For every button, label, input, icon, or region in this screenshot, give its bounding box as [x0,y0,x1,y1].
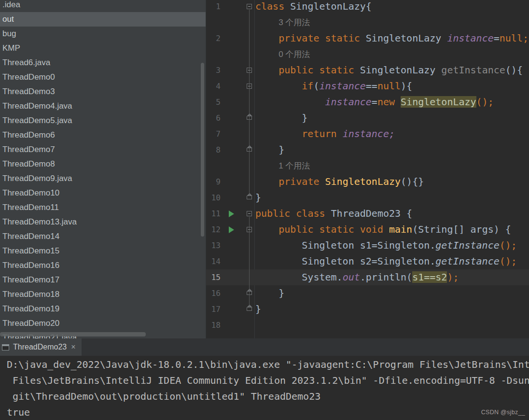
sidebar-item[interactable]: KMP [0,41,206,56]
code-line[interactable]: 1class SingletonLazy{ [206,0,529,14]
sidebar-item[interactable]: ThreadDemo6 [0,128,206,142]
code-line[interactable]: 13 Singleton s1=Singleton.getInstance(); [206,238,529,253]
code-line[interactable]: 5 instance=new SingletonLazy(); [206,94,529,110]
run-console-panel: ThreadDemo23 × D:\java_dev_2022\Java\jdk… [0,338,529,420]
code-text: public class ThreadDemo23 { [255,206,412,222]
code-line[interactable]: 12 public static void main(String[] args… [206,222,529,238]
fold-end-icon[interactable] [247,308,252,311]
code-text: Singleton s2=Singleton.getInstance(); [255,253,517,269]
run-icon[interactable] [229,210,234,217]
code-editor[interactable]: 1class SingletonLazy{3 个用法2 private stat… [206,0,529,338]
watermark: CSDN @sjbz__ [481,409,525,416]
console-line: D:\java_dev_2022\Java\jdk-18.0.2.1\bin\j… [7,357,529,373]
sidebar-item[interactable]: ThreadDemo19 [0,302,206,316]
close-icon[interactable]: × [71,343,75,351]
code-line[interactable]: 7 return instance; [206,126,529,142]
line-number[interactable]: 4 [206,78,221,94]
fold-end-icon[interactable] [247,196,252,199]
inlay-hint-row[interactable]: 1 个用法 [206,158,529,174]
line-number[interactable]: 3 [206,62,221,78]
console-tab-label: ThreadDemo23 [13,343,67,351]
code-line[interactable]: 2 private static SingletonLazy instance=… [206,30,529,46]
code-text: } [255,285,284,301]
fold-collapse-icon[interactable] [247,4,252,9]
inlay-hint-row[interactable]: 0 个用法 [206,46,529,62]
console-tab-bar: ThreadDemo23 × [0,338,529,356]
line-number[interactable]: 10 [206,190,221,206]
ide-window: .ideaoutbugKMPThread6.javaThreadDemo0Thr… [0,0,529,420]
sidebar-vertical-scrollbar[interactable] [201,63,204,237]
sidebar-item[interactable]: ThreadDemo15 [0,244,206,258]
line-number[interactable]: 17 [206,301,221,317]
usage-hint[interactable]: 0 个用法 [278,46,310,62]
code-line[interactable]: 10} [206,190,529,206]
code-line[interactable]: 14 Singleton s2=Singleton.getInstance(); [206,253,529,269]
line-number[interactable]: 2 [206,30,221,46]
code-line[interactable]: 16 } [206,285,529,301]
line-number[interactable]: 12 [206,222,221,238]
sidebar-item[interactable]: ThreadDemo13.java [0,215,206,229]
editor-rows: 1class SingletonLazy{3 个用法2 private stat… [206,0,529,333]
line-number[interactable]: 9 [206,174,221,190]
sidebar-item[interactable]: ThreadDemo18 [0,287,206,302]
fold-collapse-icon[interactable] [247,211,252,216]
sidebar-item[interactable]: ThreadDemo17 [0,273,206,287]
project-tree-panel[interactable]: .ideaoutbugKMPThread6.javaThreadDemo0Thr… [0,0,206,338]
console-line: git\ThreadDemo\out\production\untitled1"… [7,389,529,405]
code-text: private static SingletonLazy instance=nu… [255,30,529,46]
sidebar-item[interactable]: ThreadDemo14 [0,229,206,244]
line-number[interactable]: 7 [206,126,221,142]
line-number[interactable]: 15 [206,269,221,285]
sidebar-item[interactable]: ThreadDemo11 [0,200,206,215]
run-icon[interactable] [229,226,234,233]
line-number[interactable]: 13 [206,238,221,253]
code-text: public static SingletonLazy getInstance(… [255,62,523,78]
console-line: true [7,405,529,420]
code-text: } [255,142,284,158]
fold-guide-line [249,233,250,292]
sidebar-item[interactable]: ThreadDemo0 [0,70,206,84]
line-number[interactable]: 16 [206,285,221,301]
sidebar-item[interactable]: ThreadDemo3 [0,84,206,99]
code-text: } [255,190,261,206]
sidebar-item[interactable]: .idea [0,0,206,12]
console-tab-icon [2,344,9,350]
sidebar-item[interactable]: out [0,12,206,27]
console-tab-threaddemo23[interactable]: ThreadDemo23 × [0,338,82,356]
line-number[interactable]: 14 [206,253,221,269]
sidebar-item[interactable]: ThreadDemo8 [0,157,206,171]
sidebar-horizontal-scrollbar[interactable] [0,332,146,336]
line-number[interactable]: 11 [206,206,221,222]
usage-hint[interactable]: 1 个用法 [278,158,310,174]
sidebar-item[interactable]: Thread6.java [0,56,206,70]
code-line[interactable]: 3 public static SingletonLazy getInstanc… [206,62,529,78]
line-number[interactable]: 1 [206,0,221,14]
line-number[interactable]: 18 [206,317,221,333]
line-number[interactable]: 8 [206,142,221,158]
usage-hint[interactable]: 3 个用法 [278,14,310,30]
sidebar-item[interactable]: ThreadDemo7 [0,142,206,157]
sidebar-item[interactable]: ThreadDemo20 [0,316,206,331]
inlay-hint-row[interactable]: 3 个用法 [206,14,529,30]
code-line[interactable]: 15 System.out.println(s1==s2); [206,269,529,285]
code-text: System.out.println(s1==s2); [255,269,459,285]
sidebar-item[interactable]: ThreadDemo10 [0,186,206,200]
sidebar-item[interactable]: ThreadDemo4.java [0,99,206,113]
line-number[interactable]: 5 [206,94,221,110]
console-line: Files\JetBrains\IntelliJ IDEA Community … [7,373,529,389]
code-text: instance=new SingletonLazy(); [255,94,494,110]
code-line[interactable]: 6 } [206,110,529,126]
code-line[interactable]: 11public class ThreadDemo23 { [206,206,529,222]
code-line[interactable]: 17} [206,301,529,317]
sidebar-item[interactable]: bug [0,27,206,41]
line-number[interactable]: 6 [206,110,221,126]
sidebar-item[interactable]: ThreadDemo16 [0,258,206,273]
code-text: return instance; [255,126,395,142]
console-output: D:\java_dev_2022\Java\jdk-18.0.2.1\bin\j… [0,356,529,420]
code-line[interactable]: 18 [206,317,529,333]
sidebar-item[interactable]: ThreadDemo9.java [0,171,206,186]
code-line[interactable]: 9 private SingletonLazy(){} [206,174,529,190]
code-line[interactable]: 8 } [206,142,529,158]
code-line[interactable]: 4 if(instance==null){ [206,78,529,94]
sidebar-item[interactable]: ThreadDemo5.java [0,113,206,128]
